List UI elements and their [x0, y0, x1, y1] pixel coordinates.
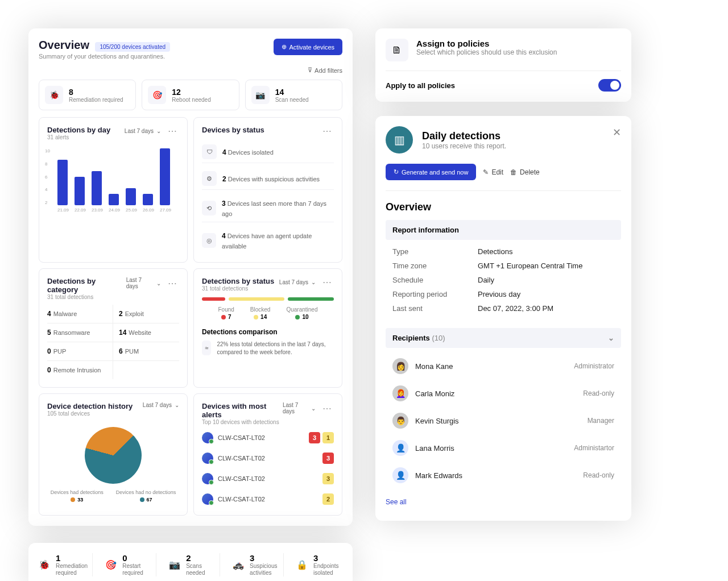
bottom-stats-bar: 🐞 1Remediationrequired 🎯 0Restartrequire…: [28, 543, 353, 581]
legend-item: Blocked 14: [250, 306, 271, 320]
device-row[interactable]: CLW-CSAT-LT02 31: [202, 430, 334, 446]
stat-card[interactable]: 🐞 8 Remediation required: [39, 80, 136, 110]
avatar: 👩: [392, 358, 408, 374]
bar: [57, 160, 68, 205]
more-icon[interactable]: ⋯: [166, 278, 179, 289]
activate-icon: ⊕: [282, 43, 287, 51]
chevron-down-icon: ⌄: [311, 279, 316, 285]
bottom-stat[interactable]: 🎯 0Restartrequired: [105, 553, 156, 576]
page-title: Overview: [39, 39, 89, 51]
alert-badge: 2: [322, 493, 334, 505]
alert-badge: 3: [322, 473, 334, 484]
see-all-link[interactable]: See all: [386, 493, 621, 511]
apply-all-label: Apply to all policies: [386, 81, 455, 90]
policy-icon: 🗎: [386, 39, 408, 61]
avatar: 👤: [392, 467, 408, 483]
chevron-down-icon: ⌄: [311, 405, 316, 412]
info-row: Reporting periodPrevious day: [392, 287, 614, 301]
bar: [92, 171, 102, 205]
recipient-row[interactable]: 👤Mark EdwardsRead-only: [386, 462, 621, 489]
status-row[interactable]: ◎ 4Devices have an agent update availabl…: [202, 227, 334, 254]
recipients-header[interactable]: Recipients (10) ⌄: [386, 328, 621, 348]
legend-item: Devices had detections 33: [51, 489, 104, 503]
bar: [160, 148, 170, 205]
more-icon[interactable]: ⋯: [320, 126, 334, 136]
device-row[interactable]: CLW-CSAT-LT02 2: [202, 491, 334, 507]
category-cell[interactable]: [113, 361, 179, 379]
more-icon[interactable]: ⋯: [320, 403, 334, 414]
detections-bar-chart: 108642: [47, 148, 179, 205]
stat-icon: 🐞: [45, 86, 63, 104]
chevron-down-icon: ⌄: [156, 280, 161, 287]
activate-devices-button[interactable]: ⊕ Activate devices: [274, 39, 342, 55]
category-cell[interactable]: 4Malware: [47, 305, 113, 323]
stat-card[interactable]: 📷 14 Scan needed: [245, 80, 342, 110]
overview-panel: Overview 105/200 devices activated Summa…: [28, 28, 353, 526]
category-cell[interactable]: 14Website: [113, 323, 179, 342]
devices-most-alerts-card: Devices with most alerts Top 10 devices …: [193, 393, 342, 516]
devices-by-status-card: Devices by status ⋯ 🛡 4Devices isolated …: [193, 117, 342, 263]
chevron-down-icon: ⌄: [608, 334, 614, 342]
status-bar: [202, 297, 334, 301]
category-cell[interactable]: 0PUP: [47, 342, 113, 361]
category-cell[interactable]: 0Remote Intrusion: [47, 361, 113, 379]
close-icon[interactable]: ✕: [613, 126, 621, 139]
bar: [126, 188, 136, 205]
status-row[interactable]: 🛡 4Devices isolated: [202, 141, 334, 163]
category-cell[interactable]: 6PUM: [113, 342, 179, 361]
bottom-stat[interactable]: 🚓 3Suspiciousactivities: [233, 553, 284, 576]
range-selector[interactable]: Last 7 days ⌄: [279, 279, 316, 285]
more-icon[interactable]: ⋯: [320, 277, 334, 288]
delete-button[interactable]: 🗑Delete: [510, 168, 540, 176]
detections-by-category-card: Detections by category 31 total detectio…: [39, 268, 188, 388]
status-icon: ◎: [202, 233, 216, 248]
add-filters-button[interactable]: ⊽ Add filters: [39, 67, 342, 74]
status-row[interactable]: ⚙ 2Devices with suspicious activities: [202, 168, 334, 190]
avatar: 👩‍🦰: [392, 385, 408, 401]
device-icon: [202, 432, 213, 443]
legend-item: Found 7: [218, 306, 234, 320]
stat-icon: 🎯: [105, 559, 117, 570]
more-icon[interactable]: ⋯: [166, 126, 179, 136]
recipient-row[interactable]: 👩Mona KaneAdministrator: [386, 352, 621, 380]
category-cell[interactable]: 2Exploit: [113, 305, 179, 323]
alert-badge: 3: [309, 432, 320, 443]
refresh-icon: ↻: [394, 168, 399, 176]
stat-icon: 📷: [169, 559, 180, 570]
range-selector[interactable]: Last 7 days ⌄: [125, 128, 161, 134]
apply-all-toggle[interactable]: [598, 79, 621, 92]
bottom-stat[interactable]: 📷 2Scansneeded: [169, 553, 220, 576]
trend-icon: ≈: [202, 341, 211, 355]
report-panel: ▥ Daily detections 10 users receive this…: [375, 116, 631, 521]
info-row: TypeDetections: [392, 244, 614, 259]
avatar: 👤: [392, 440, 408, 456]
range-selector[interactable]: Last 7 days ⌄: [143, 402, 179, 408]
report-icon: ▥: [386, 126, 413, 153]
stat-icon: 🐞: [39, 559, 50, 570]
edit-button[interactable]: ✎Edit: [483, 168, 503, 176]
trash-icon: 🗑: [510, 168, 517, 176]
device-row[interactable]: CLW-CSAT-LT02 3: [202, 450, 334, 466]
recipient-row[interactable]: 👨Kevin SturgisManager: [386, 407, 621, 434]
pencil-icon: ✎: [483, 168, 489, 176]
stat-card[interactable]: 🎯 12 Reboot needed: [142, 80, 239, 110]
range-selector[interactable]: Last 7 days ⌄: [283, 402, 316, 414]
status-icon: 🛡: [202, 144, 217, 159]
range-selector[interactable]: Last 7 days ⌄: [126, 277, 161, 289]
chevron-down-icon: ⌄: [175, 402, 179, 408]
bar: [75, 177, 85, 205]
recipient-row[interactable]: 👤Lana MorrisAdministartor: [386, 434, 621, 462]
recipient-row[interactable]: 👩‍🦰Carla MonizRead-only: [386, 380, 621, 407]
device-row[interactable]: CLW-CSAT-LT02 3: [202, 471, 334, 487]
status-row[interactable]: ⟲ 3Devices last seen more than 7 days ag…: [202, 194, 334, 222]
detection-pie-chart: [78, 421, 148, 490]
bottom-stat[interactable]: 🔒 3Endpointsisolated: [296, 553, 342, 576]
detections-by-day-card: Detections by day 31 alerts Last 7 days …: [39, 117, 188, 263]
detections-by-status-card: Detections by status 31 total detections…: [193, 268, 342, 388]
bottom-stat[interactable]: 🐞 1Remediationrequired: [39, 553, 93, 576]
stat-icon: 🔒: [296, 559, 308, 570]
category-cell[interactable]: 5Ransomware: [47, 323, 113, 342]
generate-send-button[interactable]: ↻ Generate and send now: [386, 164, 476, 180]
device-icon: [202, 453, 213, 464]
stat-icon: 🎯: [148, 86, 166, 104]
